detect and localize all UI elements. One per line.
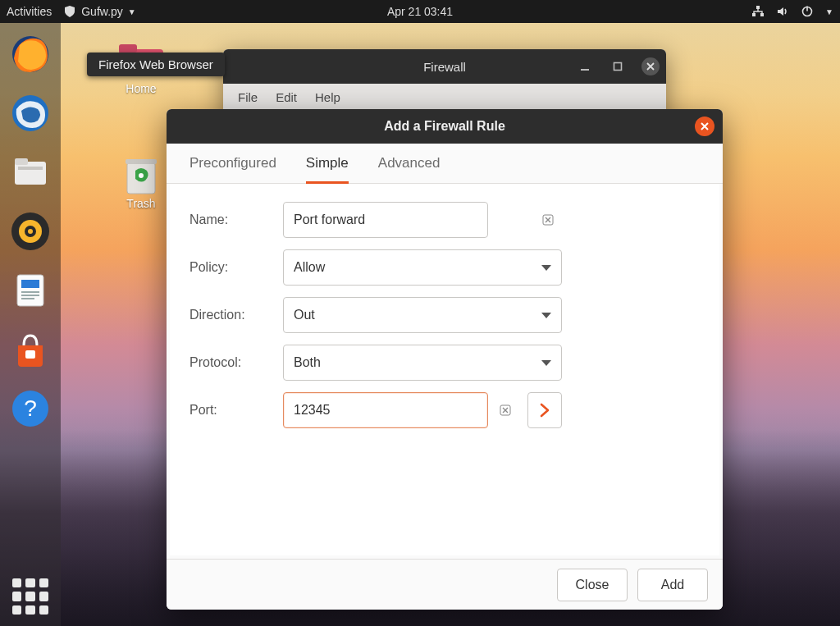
shield-icon [63, 5, 76, 18]
protocol-value: Both [294, 355, 321, 370]
svg-rect-14 [17, 275, 43, 306]
activities-button[interactable]: Activities [7, 5, 52, 18]
protocol-label: Protocol: [189, 355, 276, 370]
svg-rect-2 [760, 13, 764, 16]
trash-icon [117, 154, 165, 194]
tab-preconfigured[interactable]: Preconfigured [189, 155, 276, 183]
dialog-close-button[interactable] [695, 117, 714, 136]
name-label: Name: [189, 212, 276, 227]
add-button[interactable]: Add [637, 569, 708, 601]
power-icon[interactable] [801, 5, 814, 18]
dialog-titlebar[interactable]: Add a Firewall Rule [167, 109, 723, 144]
policy-label: Policy: [189, 260, 276, 275]
volume-icon[interactable] [776, 5, 789, 18]
protocol-select[interactable]: Both [283, 345, 562, 381]
caret-down-icon: ▼ [128, 7, 136, 16]
top-bar: Activities Gufw.py ▼ Apr 21 03:41 ▼ [0, 0, 840, 23]
chevron-right-icon [539, 403, 550, 418]
svg-rect-27 [581, 69, 589, 71]
svg-rect-18 [21, 298, 34, 299]
maximize-button[interactable] [609, 57, 627, 75]
dock-files[interactable] [7, 149, 53, 195]
svg-rect-0 [756, 6, 760, 9]
tooltip-firefox: Firefox Web Browser [87, 53, 225, 76]
policy-value: Allow [294, 260, 325, 275]
svg-text:?: ? [24, 395, 37, 421]
port-input[interactable] [283, 392, 488, 428]
dock-writer[interactable] [7, 267, 53, 313]
app-menu-label: Gufw.py [81, 5, 123, 18]
menu-file[interactable]: File [238, 90, 258, 104]
dialog-tabs: Preconfigured Simple Advanced [167, 144, 723, 184]
clear-icon[interactable] [500, 404, 511, 416]
firewall-titlebar[interactable]: Firewall [223, 49, 666, 84]
policy-select[interactable]: Allow [283, 249, 562, 286]
svg-point-26 [139, 173, 144, 178]
clock[interactable]: Apr 21 03:41 [387, 5, 453, 18]
svg-rect-16 [21, 291, 39, 293]
svg-rect-19 [25, 350, 35, 359]
caret-down-icon [541, 313, 551, 318]
direction-select[interactable]: Out [283, 297, 562, 333]
dock: ? [0, 23, 61, 626]
network-icon[interactable] [751, 5, 765, 18]
menu-help[interactable]: Help [315, 90, 340, 104]
svg-rect-9 [18, 167, 43, 170]
direction-value: Out [294, 308, 315, 322]
close-button[interactable]: Close [557, 569, 628, 601]
port-expand-button[interactable] [527, 392, 562, 428]
tab-advanced[interactable]: Advanced [378, 155, 441, 183]
dialog-title: Add a Firewall Rule [384, 119, 505, 134]
direction-label: Direction: [189, 308, 276, 322]
tab-simple[interactable]: Simple [306, 155, 349, 184]
port-label: Port: [189, 403, 276, 418]
svg-rect-17 [21, 295, 39, 296]
caret-down-icon [541, 360, 551, 366]
add-rule-dialog: Add a Firewall Rule Preconfigured Simple… [167, 109, 723, 610]
svg-point-13 [28, 229, 33, 234]
clear-icon[interactable] [542, 214, 554, 226]
caret-down-icon[interactable]: ▼ [825, 7, 833, 16]
desktop-trash[interactable]: Trash [108, 154, 174, 210]
svg-rect-8 [15, 158, 28, 165]
desktop-home-label: Home [108, 82, 174, 95]
dock-rhythmbox[interactable] [7, 208, 53, 254]
show-applications[interactable] [12, 578, 48, 615]
desktop-trash-label: Trash [108, 197, 174, 210]
app-menu[interactable]: Gufw.py ▼ [63, 5, 136, 18]
svg-rect-23 [119, 44, 137, 53]
svg-rect-1 [752, 13, 756, 16]
dock-firefox[interactable] [7, 31, 53, 77]
svg-rect-4 [806, 7, 808, 11]
close-button[interactable] [641, 57, 660, 75]
svg-rect-28 [614, 63, 622, 71]
dock-software[interactable] [7, 327, 53, 372]
minimize-button[interactable] [576, 57, 594, 75]
svg-rect-25 [126, 159, 157, 164]
dialog-footer: Close Add [167, 559, 723, 610]
menu-edit[interactable]: Edit [276, 90, 297, 104]
dock-thunderbird[interactable] [7, 90, 53, 136]
name-input[interactable] [283, 202, 488, 238]
firewall-title: Firewall [423, 60, 466, 74]
svg-rect-15 [21, 280, 39, 288]
firewall-menubar: File Edit Help [223, 84, 666, 112]
dock-help[interactable]: ? [7, 386, 53, 432]
svg-rect-7 [15, 162, 46, 185]
dialog-body: Name: Policy: Allow Direction: Out Proto… [167, 184, 723, 559]
caret-down-icon [541, 265, 551, 271]
